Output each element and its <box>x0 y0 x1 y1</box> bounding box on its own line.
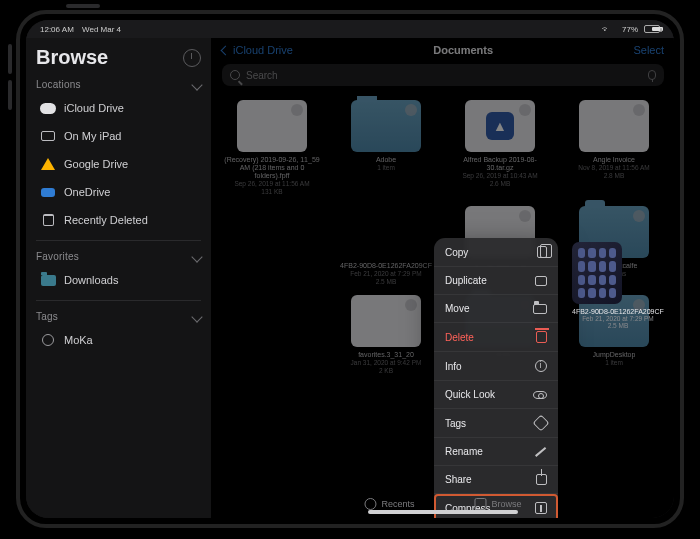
history-icon[interactable] <box>183 49 201 67</box>
share-icon <box>536 474 547 485</box>
tab-recents[interactable]: Recents <box>364 498 414 510</box>
tag-circle-icon <box>42 334 54 346</box>
section-locations-header[interactable]: Locations <box>36 79 201 90</box>
context-menu-label: Tags <box>445 418 466 429</box>
ipad-frame: 12:06 AM Wed Mar 4 ᯤ 77% Browse Location <box>16 10 684 528</box>
cloud-icon <box>40 103 56 114</box>
folder-icon <box>475 498 487 510</box>
move-icon <box>533 304 547 314</box>
status-bar: 12:06 AM Wed Mar 4 ᯤ 77% <box>26 20 674 38</box>
screen: 12:06 AM Wed Mar 4 ᯤ 77% Browse Location <box>26 20 674 518</box>
folder-icon <box>41 275 56 286</box>
context-menu-rename[interactable]: Rename <box>434 438 558 466</box>
wifi-icon: ᯤ <box>602 25 610 34</box>
main-content: iCloud Drive Documents Select Search (Re… <box>212 38 674 518</box>
sidebar-item-downloads[interactable]: Downloads <box>36 266 201 294</box>
chevron-down-icon <box>191 251 202 262</box>
context-menu-label: Move <box>445 303 469 314</box>
sidebar: Browse Locations iCloud Drive On My iPad… <box>26 38 212 518</box>
context-menu-quick-look[interactable]: Quick Look <box>434 381 558 409</box>
dup-icon <box>535 276 547 286</box>
chevron-down-icon <box>191 79 202 90</box>
tab-browse[interactable]: Browse <box>475 498 522 510</box>
context-menu-label: Delete <box>445 332 474 343</box>
context-menu-label: Share <box>445 474 472 485</box>
status-date: Wed Mar 4 <box>82 25 121 34</box>
context-menu-move[interactable]: Move <box>434 295 558 323</box>
onedrive-icon <box>41 188 55 197</box>
sidebar-title: Browse <box>36 46 108 69</box>
context-menu-tags[interactable]: Tags <box>434 409 558 438</box>
context-menu-copy[interactable]: Copy <box>434 238 558 267</box>
pencil-icon <box>535 447 546 457</box>
trash-icon <box>536 331 547 343</box>
context-menu-label: Rename <box>445 446 483 457</box>
context-menu-info[interactable]: Info <box>434 352 558 381</box>
sidebar-item-onedrive[interactable]: OneDrive <box>36 178 201 206</box>
context-menu-delete[interactable]: Delete <box>434 323 558 352</box>
section-tags-header[interactable]: Tags <box>36 311 201 322</box>
context-menu-label: Quick Look <box>445 389 495 400</box>
chevron-down-icon <box>191 311 202 322</box>
status-time: 12:06 AM <box>40 25 74 34</box>
tag-icon <box>533 415 550 432</box>
ipad-icon <box>41 131 55 141</box>
battery-indicator: 77% <box>616 25 660 34</box>
context-menu-label: Duplicate <box>445 275 487 286</box>
info-icon <box>535 360 547 372</box>
trash-icon <box>43 214 54 226</box>
sidebar-item-tag-moka[interactable]: MoKa <box>36 326 201 354</box>
context-menu-share[interactable]: Share <box>434 466 558 494</box>
clock-icon <box>364 498 376 510</box>
google-drive-icon <box>41 158 55 170</box>
context-menu: CopyDuplicateMoveDeleteInfoQuick LookTag… <box>434 238 558 518</box>
sidebar-item-icloud[interactable]: iCloud Drive <box>36 94 201 122</box>
eye-icon <box>533 391 547 399</box>
selected-file-preview: 4FB2-90D8-0E1262FA209CF Feb 21, 2020 at … <box>572 242 664 329</box>
sidebar-item-googledrive[interactable]: Google Drive <box>36 150 201 178</box>
context-menu-duplicate[interactable]: Duplicate <box>434 267 558 295</box>
context-menu-label: Info <box>445 361 462 372</box>
compress-icon <box>535 502 547 514</box>
sidebar-item-onmyipad[interactable]: On My iPad <box>36 122 201 150</box>
section-favorites-header[interactable]: Favorites <box>36 251 201 262</box>
screenshot-thumb <box>572 242 622 304</box>
sidebar-item-recentlydeleted[interactable]: Recently Deleted <box>36 206 201 234</box>
tab-bar: Recents Browse <box>364 498 521 510</box>
context-menu-label: Copy <box>445 247 468 258</box>
home-indicator[interactable] <box>368 510 518 514</box>
copy-icon <box>537 246 547 258</box>
